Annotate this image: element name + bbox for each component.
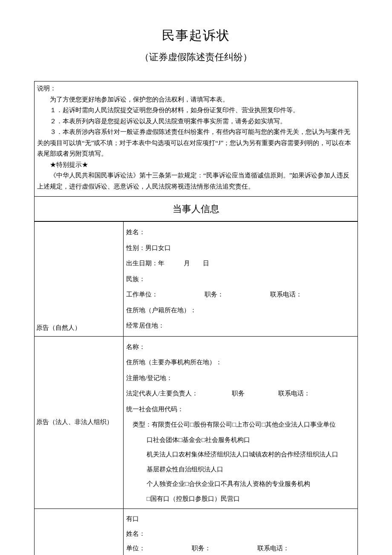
notice-p1: 为了方便您更好地参加诉讼，保护您的合法权利，请填写本表。 [37,94,355,105]
natural-name-label: 姓名： [126,229,145,235]
notice-p2: １．起诉时需向人民法院提交证明您身份的材料，如身份证复印件、营业执照复印件等。 [37,105,355,116]
natural-gender: 性别：男口女口 [126,244,171,251]
legal-type-l5: 个人独资企业□合伙企业口不具有法人资格的专业服务机构 [147,477,355,491]
notice-box: 说明： 为了方便您更好地参加诉讼，保护您的合法权利，请填写本表。 １．起诉时需向… [34,81,358,196]
legal-reg: 注册地/登记地： [126,375,173,381]
natural-content: 姓名： 性别：男口女口 出生日期：年 月 日 民族： 工作单位： 职务： 联系电… [124,222,358,337]
natural-ethnic: 民族： [126,276,145,282]
agent-side-label: 委托诉讼代理人 [35,509,124,555]
agent-duty: 职务： [192,545,211,552]
natural-duty: 职务： [205,291,224,298]
legal-type-l3: 机关法人口农村集体经济组织法人口城镇农村的合作经济组织法人口 [147,447,355,462]
legal-type-l4: 基层群众性自治组织法人口 [147,462,355,477]
agent-unit: 单位： [126,545,145,552]
legal-duty: 职务 [232,390,245,397]
notice-tip-head: ★特别提示★ [37,160,355,171]
natural-work-unit: 工作单位： [126,291,158,298]
legal-type-l2: 口社会团体□基金会□社会服务机构口 [147,433,355,447]
table-row: 原告（自然人） 姓名： 性别：男口女口 出生日期：年 月 日 民族： 工作单位：… [35,222,358,337]
notice-p4: ３．本表所涉内容系针对一般证券虚假陈述责任纠纷案件，有些内容可能与您的案件无关，… [37,127,355,160]
table-row: 委托诉讼代理人 有口 姓名： 单位： 职务： 联系电话： 代理权限：一般授权口特… [35,509,358,555]
natural-side-label: 原告（自然人） [35,222,124,337]
natural-dob: 出生日期：年 月 日 [126,260,209,267]
section-party-header: 当事人信息 [34,196,358,221]
notice-heading: 说明： [37,83,355,94]
legal-rep: 法定代表人/主要负责人： [126,390,198,397]
legal-domicile: 住所地（主要办事机构所在地）： [126,359,222,366]
agent-name: 姓名： [126,530,145,537]
natural-phone: 联系电话： [270,291,302,298]
table-row: 原告（法人、非法人组织） 名称： 住所地（主要办事机构所在地）： 注册地/登记地… [35,336,358,509]
legal-name: 名称： [126,343,145,350]
natural-domicile: 住所地（户籍所在地）： [126,307,196,314]
agent-has: 有口 [126,515,139,522]
natural-residence: 经常居住地： [126,322,164,329]
legal-type-label: 类型： [126,421,152,428]
legal-content: 名称： 住所地（主要办事机构所在地）： 注册地/登记地： 法定代表人/主要负责人… [124,336,358,509]
legal-phone: 联系电话： [278,390,310,397]
doc-title: 民事起诉状 [34,26,358,45]
notice-p3: ２．本表所列内容是您提起诉讼以及人民法院查明案件事实所需，请务必如实填写。 [37,116,355,127]
legal-side-label: 原告（法人、非法人组织） [35,336,124,509]
agent-content: 有口 姓名： 单位： 职务： 联系电话： 代理权限：一般授权口特别授权口 无口 [124,509,358,555]
party-table: 原告（自然人） 姓名： 性别：男口女口 出生日期：年 月 日 民族： 工作单位：… [34,221,358,555]
notice-tip-body: 《中华人民共和国民事诉讼法》第十三条第一款规定：“民事诉讼应当遵循诚信原则。”如… [37,170,355,192]
legal-uscc: 统一社会信用代码： [126,406,184,413]
agent-phone: 联系电话： [257,545,289,552]
doc-subtitle: （证券虚假陈述责任纠纷） [34,50,358,64]
legal-type-l6: □国有口（控股口参股口）民营口 [147,491,355,506]
legal-type-l1: 有限责任公司□股份有限公司□上市公司□其他企业法人口事业单位 [152,421,336,428]
